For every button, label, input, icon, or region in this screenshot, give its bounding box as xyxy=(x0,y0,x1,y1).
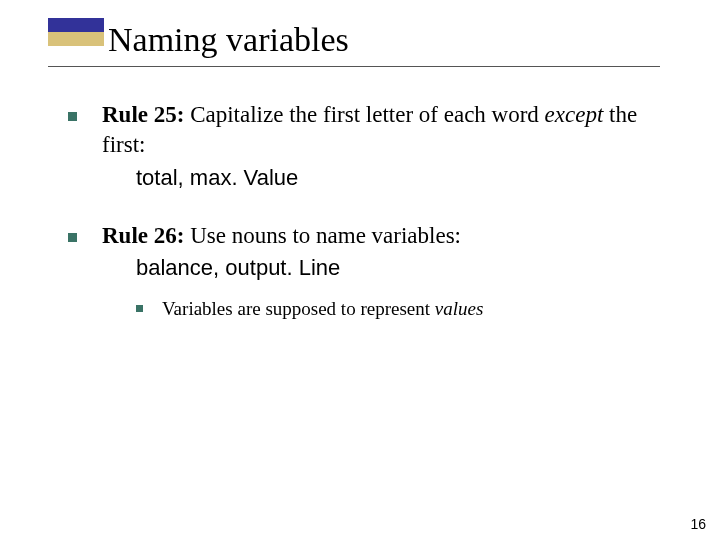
title-underline xyxy=(48,66,660,67)
rule-label: Rule 25: xyxy=(102,102,184,127)
rule-text: Capitalize the first letter of each word xyxy=(184,102,544,127)
sub-bullet: Variables are supposed to represent valu… xyxy=(136,296,660,322)
page-number: 16 xyxy=(690,516,706,532)
slide-body: Rule 25: Capitalize the first letter of … xyxy=(68,100,660,349)
code-token: balance xyxy=(136,255,213,280)
code-token: total xyxy=(136,165,178,190)
slide-title: Naming variables xyxy=(108,18,349,58)
code-sep: , xyxy=(213,255,225,280)
rule-text: Use nouns to name variables: xyxy=(184,223,461,248)
rule-text-em: except xyxy=(545,102,604,127)
square-bullet-icon xyxy=(68,112,77,121)
rule-code-line: total, max. Value xyxy=(136,163,660,193)
rule-code-line: balance, output. Line xyxy=(136,253,660,283)
square-bullet-icon xyxy=(68,233,77,242)
bullet-rule-26: Rule 26: Use nouns to name variables: ba… xyxy=(68,221,660,321)
code-token: output. Line xyxy=(225,255,340,280)
sub-bullet-text: Variables are supposed to represent xyxy=(162,298,435,319)
accent-bar-tan xyxy=(48,32,104,46)
code-token: max. Value xyxy=(190,165,298,190)
bullet-rule-25: Rule 25: Capitalize the first letter of … xyxy=(68,100,660,193)
code-sep: , xyxy=(178,165,190,190)
rule-label: Rule 26: xyxy=(102,223,184,248)
sub-bullet-em: values xyxy=(435,298,484,319)
accent-bar-navy xyxy=(48,18,104,32)
square-bullet-icon xyxy=(136,305,143,312)
slide: Naming variables Rule 25: Capitalize the… xyxy=(0,0,720,540)
